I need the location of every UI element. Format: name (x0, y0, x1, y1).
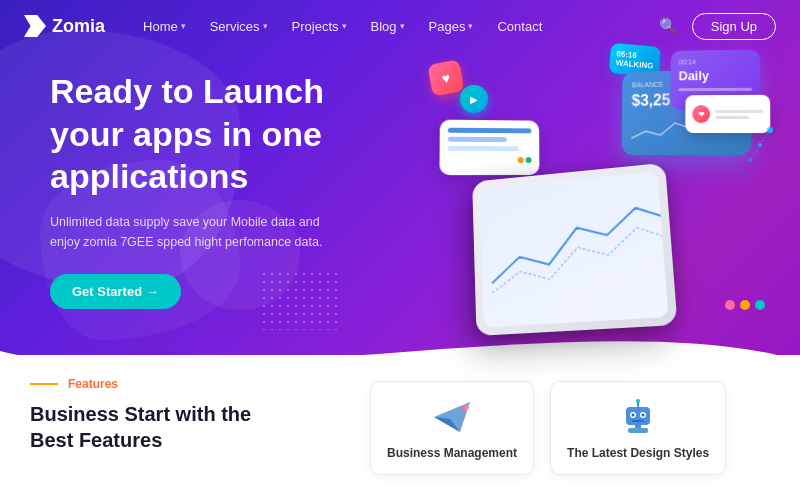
svg-rect-14 (632, 420, 644, 422)
logo-icon (24, 15, 46, 37)
nav-links: Home ▾ Services ▾ Projects ▾ Blog ▾ Page… (133, 13, 659, 40)
hero-subtitle: Unlimited data supply save your Mobile d… (50, 212, 330, 252)
features-text-block: Features Business Start with the Best Fe… (30, 377, 370, 453)
notif-avatar: ❤ (692, 105, 710, 123)
nav-projects[interactable]: Projects ▾ (282, 13, 357, 40)
stats-card (439, 120, 539, 176)
chevron-down-icon: ▾ (263, 21, 268, 31)
svg-point-13 (636, 399, 640, 403)
business-management-icon (431, 396, 473, 438)
features-tag: Features (68, 377, 118, 391)
phone-device (472, 163, 677, 336)
navbar: Zomia Home ▾ Services ▾ Projects ▾ Blog … (0, 0, 800, 52)
feature-card-design-styles: The Latest Design Styles (550, 381, 726, 475)
svg-point-6 (465, 405, 470, 410)
chevron-down-icon: ▾ (181, 21, 186, 31)
chevron-down-icon: ▾ (342, 21, 347, 31)
nav-pages[interactable]: Pages ▾ (419, 13, 484, 40)
feature-card-business-mgmt: Business Management (370, 381, 534, 475)
svg-point-10 (632, 414, 635, 417)
heart-notification-badge: ♥ (427, 59, 464, 96)
play-badge: ▶ (460, 85, 488, 113)
decorative-dots (720, 120, 780, 200)
nav-home[interactable]: Home ▾ (133, 13, 196, 40)
feature-cards-container: Business Management (370, 377, 770, 475)
feature-card-label: The Latest Design Styles (567, 446, 709, 460)
features-section: Features Business Start with the Best Fe… (0, 355, 800, 500)
feature-card-label: Business Management (387, 446, 517, 460)
nav-right-actions: 🔍 Sign Up (659, 13, 776, 40)
nav-contact[interactable]: Contact (487, 13, 552, 40)
svg-rect-7 (626, 407, 650, 425)
chevron-down-icon: ▾ (400, 21, 405, 31)
brand-name: Zomia (52, 16, 105, 37)
svg-rect-16 (628, 428, 648, 433)
search-icon[interactable]: 🔍 (659, 17, 678, 35)
signup-button[interactable]: Sign Up (692, 13, 776, 40)
features-title: Business Start with the Best Features (30, 401, 350, 453)
features-label: Features (30, 377, 350, 391)
nav-blog[interactable]: Blog ▾ (361, 13, 415, 40)
svg-point-11 (642, 414, 645, 417)
brand-logo[interactable]: Zomia (24, 15, 105, 37)
svg-point-1 (758, 143, 762, 147)
features-line-decoration (30, 383, 58, 385)
phone-mockup-area: ♥ ▶ 05:16WALKING BALANCE $3,25 00:14 Dai… (420, 40, 780, 350)
color-indicator-dots (725, 300, 765, 310)
get-started-button[interactable]: Get Started → (50, 274, 181, 309)
hero-content: Ready to Launch your apps in one applica… (50, 70, 390, 309)
phone-screen-chart (480, 171, 669, 327)
design-styles-icon (617, 396, 659, 438)
nav-services[interactable]: Services ▾ (200, 13, 278, 40)
hero-title: Ready to Launch your apps in one applica… (50, 70, 390, 198)
chevron-down-icon: ▾ (468, 21, 473, 31)
